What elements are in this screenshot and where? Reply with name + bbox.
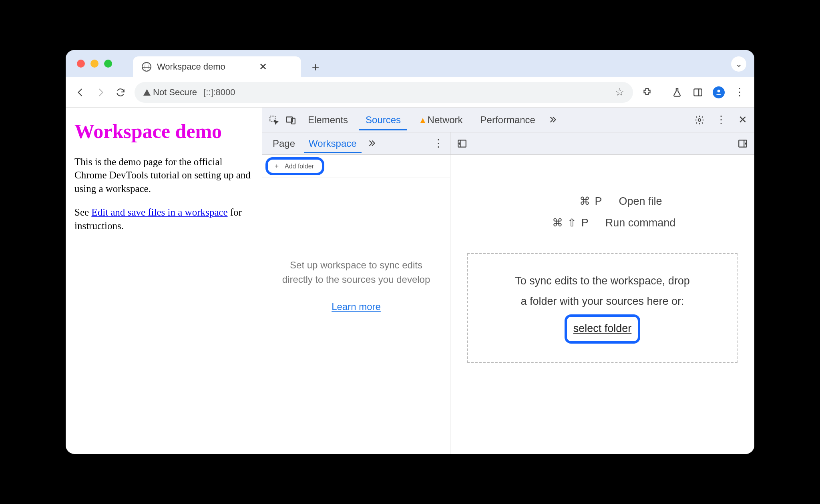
device-toolbar-icon[interactable] (285, 114, 297, 126)
devtools-tabbar: Elements Sources ▲ Network Performance ⋮… (262, 108, 754, 132)
sources-main: ＋ Add folder Set up workspace to sync ed… (262, 155, 754, 454)
svg-point-5 (698, 118, 701, 121)
navigator-pane: ＋ Add folder Set up workspace to sync ed… (262, 155, 450, 454)
page-viewport: Workspace demo This is the demo page for… (66, 108, 262, 454)
tab-strip: Workspace demo ✕ ＋ ⌄ (66, 50, 754, 77)
learn-more-link[interactable]: Learn more (275, 300, 437, 314)
globe-icon (142, 62, 151, 72)
maximize-window-button[interactable] (104, 60, 112, 68)
devtools-menu-icon[interactable]: ⋮ (715, 114, 727, 126)
security-label: Not Secure (153, 87, 197, 98)
hint-text: Set up workspace to sync edits directly … (275, 258, 437, 287)
page-link[interactable]: Edit and save files in a workspace (91, 207, 227, 218)
forward-button[interactable] (94, 86, 107, 98)
page-paragraph-1: This is the demo page for the official C… (74, 155, 255, 196)
browser-toolbar: Not Secure [::]:8000 ☆ ⋮ (66, 77, 754, 108)
editor-pane: ⌘ P Open file ⌘ ⇧ P Run command To sync … (450, 155, 754, 454)
side-panel-icon[interactable] (692, 86, 704, 98)
select-folder-button[interactable]: select folder (565, 314, 641, 344)
minimize-window-button[interactable] (90, 60, 98, 68)
reload-button[interactable] (115, 86, 127, 98)
shortcut-label: Run command (605, 217, 676, 229)
address-bar[interactable]: Not Secure [::]:8000 ☆ (135, 82, 633, 103)
navigator-menu-icon[interactable]: ⋮ (432, 138, 444, 150)
profile-avatar[interactable] (713, 86, 725, 98)
browser-window: Workspace demo ✕ ＋ ⌄ Not Secure [::]:800… (66, 50, 754, 454)
plus-icon: ＋ (273, 162, 280, 170)
bookmark-icon[interactable]: ☆ (615, 86, 624, 98)
toggle-debugger-icon[interactable] (737, 138, 749, 150)
divider (662, 86, 662, 98)
shortcut-keys: ⌘ ⇧ P (529, 216, 589, 229)
warning-icon: ▲ (418, 115, 427, 125)
new-tab-button[interactable]: ＋ (307, 58, 324, 76)
svg-point-1 (718, 90, 720, 92)
more-tabs-icon[interactable] (547, 114, 559, 126)
settings-icon[interactable] (693, 114, 705, 126)
page-heading: Workspace demo (74, 118, 255, 145)
select-folder-label: select folder (573, 322, 632, 334)
shortcut-label: Open file (619, 195, 662, 208)
shortcuts-hint: ⌘ P Open file ⌘ ⇧ P Run command (450, 195, 754, 229)
drop-text: a folder with your sources here or: (484, 291, 721, 312)
devtools-panel: Elements Sources ▲ Network Performance ⋮… (262, 108, 754, 454)
text: See (74, 207, 91, 218)
close-window-button[interactable] (77, 60, 85, 68)
security-badge[interactable]: Not Secure (143, 87, 197, 98)
back-button[interactable] (74, 86, 86, 98)
tab-network-label: Network (428, 114, 463, 125)
extensions-icon[interactable] (641, 86, 653, 98)
subtab-workspace[interactable]: Workspace (304, 134, 362, 153)
tab-sources[interactable]: Sources (359, 110, 407, 130)
window-controls (77, 60, 112, 68)
tab-performance[interactable]: Performance (474, 110, 542, 130)
navigator-hint: Set up workspace to sync edits directly … (262, 258, 450, 314)
close-devtools-icon[interactable]: ✕ (737, 114, 749, 126)
tab-title: Workspace demo (157, 62, 225, 72)
subtab-page[interactable]: Page (268, 134, 300, 153)
add-folder-button[interactable]: ＋ Add folder (265, 157, 324, 175)
editor-footer (450, 435, 754, 454)
close-tab-button[interactable]: ✕ (259, 61, 267, 72)
workspace-dropzone[interactable]: To sync edits to the workspace, drop a f… (467, 253, 738, 363)
tabs-menu-button[interactable]: ⌄ (731, 56, 746, 72)
page-paragraph-2: See Edit and save files in a workspace f… (74, 206, 255, 233)
svg-rect-0 (694, 89, 702, 96)
browser-tab[interactable]: Workspace demo ✕ (133, 56, 301, 77)
shortcut-keys: ⌘ P (543, 195, 603, 208)
warning-icon (143, 89, 151, 96)
toggle-navigator-icon[interactable] (456, 138, 468, 150)
inspect-icon[interactable] (268, 114, 280, 126)
tab-network[interactable]: ▲ Network (412, 110, 469, 130)
url-text: [::]:8000 (203, 87, 235, 98)
labs-icon[interactable] (671, 86, 683, 98)
chrome-menu-icon[interactable]: ⋮ (734, 86, 746, 98)
tab-elements[interactable]: Elements (301, 110, 354, 130)
drop-text: To sync edits to the workspace, drop (484, 271, 721, 291)
content-area: Workspace demo This is the demo page for… (66, 108, 754, 454)
toolbar-right: ⋮ (641, 86, 746, 98)
sources-subtabs: Page Workspace ⋮ (262, 132, 754, 155)
subtabs-overflow-icon[interactable] (366, 138, 378, 150)
add-folder-label: Add folder (285, 163, 314, 170)
